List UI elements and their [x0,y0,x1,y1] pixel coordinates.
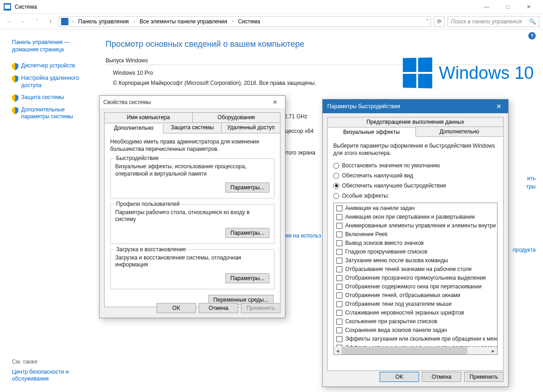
checklist-item[interactable]: Сохранение вида эскизов панели задач [335,326,496,335]
breadcrumb[interactable]: Панель управления [77,18,129,25]
forward-button[interactable]: → [17,16,28,27]
checklist-item[interactable]: Анимация окон при свертывании и разверты… [335,213,496,221]
tab-dep[interactable]: Предотвращение выполнения данных [327,117,504,127]
checklist-item[interactable]: Вывод эскизов вместо значков [335,239,496,248]
checklist-item[interactable]: Анимация на панели задач [335,204,496,213]
addressbar-dropdown-icon[interactable]: ˅ [426,18,429,25]
checkbox-icon [336,310,342,316]
startup-recovery-settings-button[interactable]: Параметры... [225,273,269,283]
addressbar[interactable]: › Панель управления › Все элементы панел… [59,16,431,27]
close-button[interactable]: ✕ [518,0,539,14]
user-profiles-group: Профили пользователей Параметры рабочего… [110,204,274,244]
checkbox-icon [336,284,342,290]
up-button[interactable]: ↑ [45,16,56,27]
ok-button[interactable]: OK [157,303,196,313]
window-controls: — □ ✕ [476,0,539,14]
checklist-item[interactable]: Затухание меню после вызова команды [335,256,496,265]
checklist-item-label: Эффекты затухания или скольжения при обр… [345,335,498,343]
performance-group: Быстродействие Визуальные эффекты, испол… [110,158,274,198]
radio-label: Обеспечить наилучшее быстродействие [342,182,446,189]
radio-option[interactable]: Восстановить значения по умолчанию [333,162,498,169]
tab-computer-name[interactable]: Имя компьютера [104,112,193,122]
checklist-item-label: Затухание меню после вызова команды [345,257,448,265]
checklist-item[interactable]: Эффекты затухания или скольжения при обр… [335,335,496,343]
checkbox-icon [336,240,342,246]
breadcrumb[interactable]: Система [237,18,261,25]
horizontal-scrollbar[interactable]: ◄ ► [334,347,497,354]
ok-button[interactable]: OK [380,372,419,382]
dialog-footer: OK Отмена Применить [157,303,280,313]
checklist-item[interactable]: Сглаживание неровностей экранных шрифтов [335,309,496,317]
checklist-item[interactable]: Отображение содержимого окна при перетас… [335,282,496,291]
checklist-item[interactable]: Отображение теней, отбрасываемых окнами [335,291,496,300]
checklist-item[interactable]: Отображение тени под указателем мыши [335,300,496,309]
checklist-item[interactable]: Включение Peek [335,230,496,239]
group-legend: Профили пользователей [114,201,181,207]
tab-advanced[interactable]: Дополнительно [104,123,163,133]
partial-screen: этого экрана [283,149,315,156]
checklist-item[interactable]: Гладкое прокручивание списков [335,248,496,256]
scroll-right-icon[interactable]: ► [489,347,497,355]
cancel-button[interactable]: Отмена [199,303,238,313]
back-button[interactable]: ← [4,16,15,27]
tab-body: Необходимо иметь права администратора дл… [104,133,280,307]
radio-option[interactable]: Обеспечить наилучшее быстродействие [333,182,498,189]
radio-option[interactable]: Обеспечить наилучший вид [333,172,498,179]
checklist-item[interactable]: Отбрасывание теней значками на рабочем с… [335,265,496,274]
partial-usage-link[interactable]: ия на использ [285,232,321,239]
sidebar-item-label: Дополнительные параметры системы [21,106,92,121]
partial-product-link[interactable]: продукта [513,247,536,253]
checklist-item-label: Отображение содержимого окна при перетас… [345,283,481,291]
close-icon[interactable]: ✕ [490,99,508,113]
history-dropdown[interactable]: ˅ [31,16,42,27]
apply-button[interactable]: Применить [241,303,280,313]
radio-icon [333,173,339,179]
user-profiles-settings-button[interactable]: Параметры... [225,228,269,238]
tab-remote[interactable]: Удаленный доступ [222,122,280,133]
control-panel-home-link[interactable]: Панель управления — домашняя страница [12,39,92,53]
sidebar-item-advanced-settings[interactable]: Дополнительные параметры системы [12,106,92,121]
checklist-item-label: Отображение теней, отбрасываемых окнами [345,292,460,299]
shield-icon [12,107,18,114]
partial-link[interactable]: тры [526,183,536,190]
close-icon[interactable]: ✕ [269,98,281,107]
performance-settings-button[interactable]: Параметры... [225,182,269,193]
refresh-button[interactable]: ⟳ [434,16,445,27]
sidebar-item-system-protection[interactable]: Защита системы [12,94,92,102]
apply-button[interactable]: Применить [464,372,504,382]
tab-hardware[interactable]: Оборудование [193,112,281,122]
sidebar-item-remote-access[interactable]: Настройка удаленного доступа [12,75,92,89]
checklist-item[interactable]: Анимированные элементы управления и элем… [335,221,496,230]
checkbox-icon [336,258,342,264]
checklist-item[interactable]: Отображение прозрачного прямоугольника в… [335,274,496,282]
tab-visual-effects[interactable]: Визуальные эффекты [327,127,415,137]
dialog-titlebar: Свойства системы ✕ [100,96,285,109]
checklist-item[interactable]: Скольжение при раскрытии списков [335,317,496,326]
checkbox-icon [336,319,342,325]
scroll-thumb[interactable] [341,347,467,354]
sidebar: Панель управления — домашняя страница Ди… [0,29,96,392]
maximize-button[interactable]: □ [497,0,518,14]
breadcrumb[interactable]: Все элементы панели управления [139,18,228,25]
see-also-head: См. также [12,359,85,365]
system-properties-dialog: Свойства системы ✕ Имя компьютера Оборуд… [99,95,285,318]
tab-advanced[interactable]: Дополнительно [415,127,504,136]
partial-link[interactable]: ить [526,175,536,182]
radio-option[interactable]: Особые эффекты: [333,193,498,199]
cancel-button[interactable]: Отмена [422,372,461,382]
sidebar-item-device-manager[interactable]: Диспетчер устройств [12,62,92,70]
performance-options-dialog: Параметры быстродействия ✕ Предотвращени… [322,99,509,387]
checkbox-icon [336,275,342,281]
tab-system-protection[interactable]: Защита системы [163,122,222,133]
group-text: Загрузка и восстановление системы, отлад… [115,254,269,269]
scroll-left-icon[interactable]: ◄ [334,347,341,355]
scroll-track[interactable] [341,347,489,354]
minimize-button[interactable]: — [476,0,497,14]
effects-checklist[interactable]: Анимация на панели задачАнимация окон пр… [333,203,498,355]
checklist-item-label: Отображение тени под указателем мыши [345,300,452,308]
radio-label: Восстановить значения по умолчанию [342,162,440,169]
see-also-link[interactable]: Центр безопасности и обслуживания [12,369,85,383]
search-input[interactable]: Поиск в панели управления 🔍 [448,16,539,27]
checkbox-icon [336,327,342,333]
tabs-row-upper: Предотвращение выполнения данных [327,117,504,127]
